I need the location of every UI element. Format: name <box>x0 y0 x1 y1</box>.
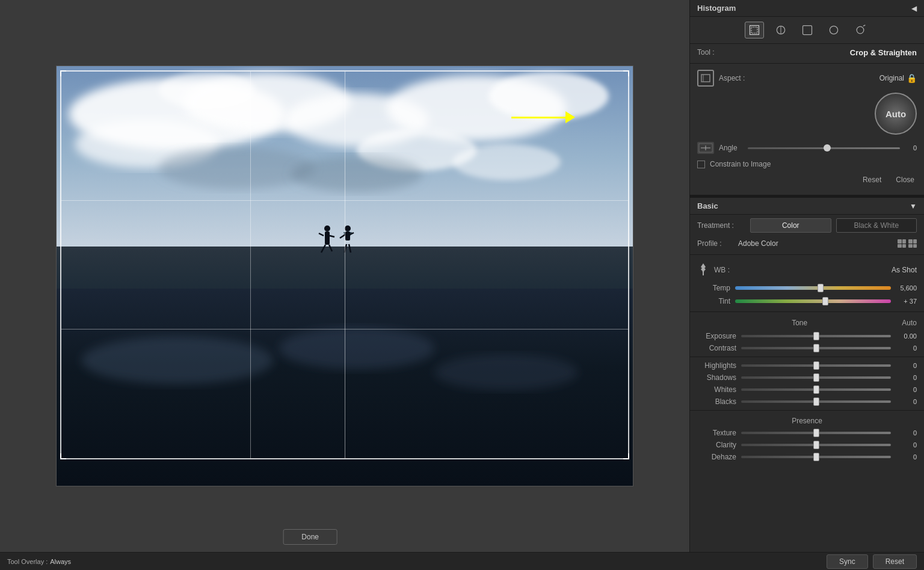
bw-treatment-btn[interactable]: Black & White <box>836 218 917 233</box>
highlights-row: Highlights 0 <box>690 360 924 372</box>
temp-thumb[interactable] <box>818 284 824 292</box>
arrow-line <box>511 117 565 118</box>
svg-line-19 <box>329 245 332 251</box>
tint-value: + 37 <box>896 298 917 305</box>
svg-point-14 <box>324 225 330 231</box>
histogram-collapse-icon[interactable]: ◀ <box>911 4 917 13</box>
exposure-value: 0.00 <box>896 332 917 340</box>
temp-label: Temp <box>697 284 730 292</box>
blacks-value: 0 <box>896 398 917 405</box>
shadows-label: Shadows <box>697 373 736 382</box>
whites-slider[interactable] <box>741 388 891 391</box>
tool-overlay-value[interactable]: Always <box>50 558 71 565</box>
contrast-thumb[interactable] <box>813 344 819 352</box>
red-eye-icon[interactable] <box>798 22 817 38</box>
angle-row: Angle 0 <box>690 139 924 156</box>
close-button[interactable]: Close <box>893 174 917 185</box>
lock-icon[interactable]: 🔒 <box>907 73 917 83</box>
crop-tool-icon[interactable] <box>745 22 764 38</box>
dehaze-slider[interactable] <box>741 456 891 458</box>
divider5 <box>690 410 924 411</box>
blacks-label: Blacks <box>697 397 736 406</box>
profile-icons[interactable] <box>898 239 917 248</box>
whites-row: Whites 0 <box>690 384 924 396</box>
highlights-slider[interactable] <box>741 364 891 367</box>
profile-grid-icon[interactable] <box>898 239 906 248</box>
wb-value[interactable]: As Shot <box>892 266 917 274</box>
highlights-thumb[interactable] <box>813 361 819 370</box>
blacks-slider[interactable] <box>741 400 891 403</box>
basic-collapse-icon[interactable]: ▼ <box>910 202 917 210</box>
graduated-filter-icon[interactable] <box>824 22 843 38</box>
angle-icon <box>697 142 714 154</box>
clarity-thumb[interactable] <box>813 441 819 449</box>
exposure-label: Exposure <box>697 332 736 340</box>
exposure-thumb[interactable] <box>813 332 819 340</box>
treatment-row: Treatment : Color Black & White <box>690 215 924 236</box>
aspect-value-text[interactable]: Original <box>879 74 904 82</box>
shadows-row: Shadows 0 <box>690 372 924 384</box>
contrast-value: 0 <box>896 345 917 352</box>
eyedropper-icon[interactable] <box>697 262 709 278</box>
wb-row: WB : As Shot <box>690 259 924 281</box>
clarity-value: 0 <box>896 441 917 449</box>
crop-container[interactable] <box>56 66 633 486</box>
texture-slider[interactable] <box>741 432 891 434</box>
tone-header-row: Tone Auto <box>690 316 924 330</box>
svg-rect-34 <box>701 75 710 82</box>
contrast-slider[interactable] <box>741 347 891 349</box>
shadows-slider[interactable] <box>741 376 891 379</box>
dehaze-label: Dehaze <box>697 453 736 461</box>
dehaze-thumb[interactable] <box>813 453 819 461</box>
reset-button[interactable]: Reset <box>860 174 884 185</box>
shadows-thumb[interactable] <box>813 373 819 382</box>
done-button[interactable]: Done <box>283 529 337 545</box>
image-canvas: Done <box>0 0 689 552</box>
clarity-row: Clarity 0 <box>690 439 924 451</box>
constrain-checkbox[interactable] <box>697 161 705 168</box>
profile-value[interactable]: Adobe Color <box>738 239 778 248</box>
clarity-label: Clarity <box>697 441 736 449</box>
spot-removal-icon[interactable] <box>771 22 790 38</box>
aspect-label: Aspect : <box>719 74 745 82</box>
texture-value: 0 <box>896 429 917 437</box>
constrain-row: Constrain to Image <box>690 156 924 172</box>
blacks-thumb[interactable] <box>813 397 819 406</box>
histogram-title: Histogram <box>697 4 736 13</box>
auto-button[interactable]: Auto <box>875 93 917 135</box>
sync-button[interactable]: Sync <box>827 554 868 569</box>
clarity-slider[interactable] <box>741 444 891 446</box>
temp-slider[interactable] <box>735 286 891 290</box>
svg-point-10 <box>291 156 422 192</box>
presence-title: Presence <box>792 417 822 425</box>
svg-line-17 <box>330 236 334 237</box>
texture-thumb[interactable] <box>813 429 819 437</box>
color-treatment-btn[interactable]: Color <box>750 218 831 233</box>
angle-slider[interactable] <box>748 143 900 153</box>
constrain-label: Constrain to Image <box>710 160 771 168</box>
divider1 <box>690 63 924 64</box>
tint-slider[interactable] <box>735 299 891 303</box>
shadows-value: 0 <box>896 374 917 381</box>
svg-line-22 <box>340 234 345 238</box>
exposure-slider[interactable] <box>741 335 891 337</box>
whites-thumb[interactable] <box>813 385 819 394</box>
profile-grid2-icon[interactable] <box>908 239 917 248</box>
tint-thumb[interactable] <box>822 297 828 305</box>
svg-point-13 <box>434 354 578 390</box>
contrast-row: Contrast 0 <box>690 342 924 354</box>
svg-point-32 <box>857 26 864 34</box>
treatment-label: Treatment : <box>697 221 745 230</box>
bottom-bar: Tool Overlay : Always Sync Reset <box>0 552 924 570</box>
aspect-icon[interactable] <box>697 70 714 87</box>
adjustment-brush-icon[interactable] <box>851 22 870 38</box>
arrow-head <box>565 111 575 123</box>
divider4 <box>690 357 924 357</box>
reset-bottom-button[interactable]: Reset <box>873 554 917 569</box>
tone-auto-btn[interactable]: Auto <box>902 319 917 327</box>
temp-row: Temp 5,600 <box>690 281 924 295</box>
done-btn-container: Done <box>283 529 337 545</box>
dehaze-row: Dehaze 0 <box>690 451 924 463</box>
texture-label: Texture <box>697 429 736 437</box>
angle-thumb[interactable] <box>824 144 831 152</box>
